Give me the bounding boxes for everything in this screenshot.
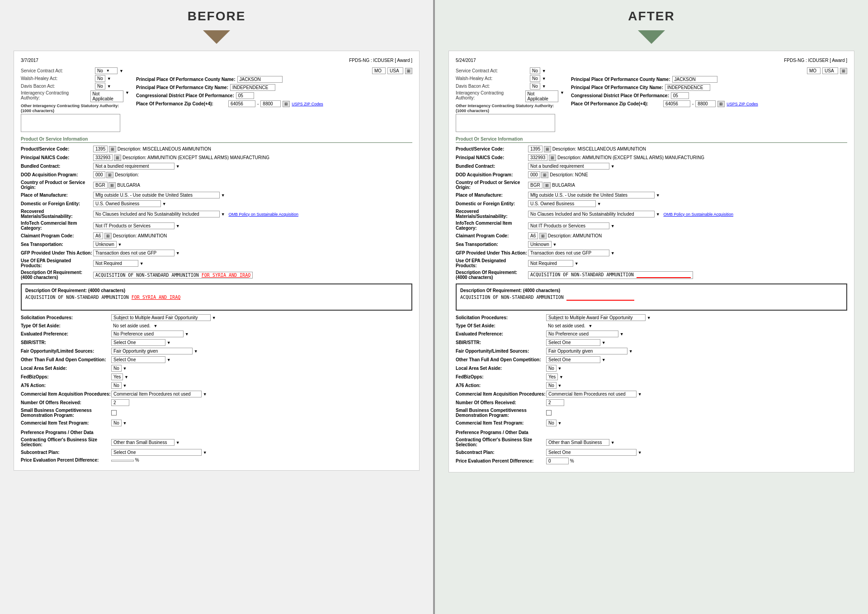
psc-btn[interactable]: ⊞	[109, 146, 116, 152]
infotech-value[interactable]: Not IT Products or Services	[93, 222, 175, 229]
after-zip-link[interactable]: USPS ZIP Codes	[726, 102, 758, 106]
after-claimant-code[interactable]: A6	[528, 232, 538, 239]
after-congressional-value[interactable]: 05	[671, 92, 689, 99]
before-section-title: Product Or Service Information	[21, 137, 412, 143]
psc-code[interactable]: 1395	[93, 146, 108, 152]
city-value[interactable]: INDEPENDENCE	[230, 84, 275, 91]
after-zip-value[interactable]: 64056	[663, 100, 690, 107]
after-naics-btn[interactable]: ⊞	[549, 155, 556, 161]
bundled-value[interactable]: Not a bundled requirement	[93, 163, 175, 170]
solicitation-label: Solicitation Procedures:	[21, 313, 111, 322]
fedbizopps-value[interactable]: Yes	[111, 373, 123, 380]
a76-value[interactable]: No	[111, 382, 122, 389]
naics-code[interactable]: 332993	[93, 154, 113, 161]
local-area-value[interactable]: No	[111, 365, 122, 372]
after-claimant-btn[interactable]: ⊞	[539, 233, 547, 239]
naics-btn[interactable]: ⊞	[114, 155, 121, 161]
after-recovered-value[interactable]: No Clauses Included and No Sustainabilit…	[528, 211, 655, 217]
after-eval-pref-value[interactable]: No Preference used	[546, 331, 618, 337]
after-zip-ext[interactable]: 8800	[695, 100, 716, 107]
recovered-value[interactable]: No Clauses Included and No Sustainabilit…	[93, 211, 220, 217]
claimant-btn[interactable]: ⊞	[104, 233, 112, 239]
subcontract-value[interactable]: Select One	[111, 449, 202, 456]
location-btn[interactable]: ⊞	[405, 68, 412, 74]
gfp-value[interactable]: Transaction does not use GFP	[93, 250, 175, 256]
after-location-btn[interactable]: ⊞	[840, 68, 847, 74]
domestic-value[interactable]: U.S. Owned Business	[93, 200, 161, 207]
zip-btn[interactable]: ⊞	[283, 101, 290, 107]
sbir-value[interactable]: Select One	[111, 339, 165, 346]
after-state-box[interactable]: MO	[807, 67, 821, 74]
after-subcontract-value[interactable]: Select One	[546, 449, 637, 456]
after-psc-btn[interactable]: ⊞	[544, 146, 551, 152]
sea-value[interactable]: Unknown	[93, 241, 117, 248]
walsh-value[interactable]: No	[95, 75, 105, 82]
dod-btn[interactable]: ⊞	[106, 172, 113, 178]
after-num-offers-value[interactable]: 2	[546, 399, 564, 406]
after-sea-value[interactable]: Unknown	[528, 241, 552, 248]
after-interagency-value[interactable]: Not Applicable	[525, 90, 558, 102]
epa-value[interactable]: Not Required	[93, 260, 138, 267]
zip-value[interactable]: 64056	[228, 100, 255, 107]
num-offers-value[interactable]: 2	[111, 399, 129, 406]
after-contracting-officer-value[interactable]: Other than Small Business	[546, 439, 609, 446]
after-county-value[interactable]: JACKSON	[672, 76, 717, 83]
after-walsh-value[interactable]: No	[530, 75, 540, 82]
after-omb-link[interactable]: OMB Policy on Sustainable Acquisition	[663, 212, 733, 217]
country-box[interactable]: USA	[387, 67, 403, 74]
after-davis-value[interactable]: No	[530, 83, 540, 90]
zip-link[interactable]: USPS ZIP Codes	[292, 102, 323, 106]
congressional-value[interactable]: 05	[236, 92, 254, 99]
after-country-code[interactable]: BGR	[528, 182, 542, 189]
after-psc-code[interactable]: 1395	[528, 146, 542, 152]
after-other-full-value[interactable]: Select One	[546, 356, 600, 363]
county-value[interactable]: JACKSON	[237, 76, 283, 83]
after-country-btn[interactable]: ⊞	[543, 182, 551, 189]
after-small-bus-checkbox[interactable]	[546, 410, 552, 416]
davis-value[interactable]: No	[95, 83, 105, 90]
country-code[interactable]: BGR	[93, 182, 108, 189]
after-comm-test-value[interactable]: No	[546, 420, 557, 426]
after-manufacture-value[interactable]: Mfg outside U.S. - Use outside the Unite…	[528, 192, 655, 198]
after-price-eval-value[interactable]: 0	[546, 458, 569, 464]
state-box[interactable]: MO	[372, 67, 386, 74]
after-sbir-value[interactable]: Select One	[546, 339, 600, 346]
small-bus-checkbox[interactable]	[111, 410, 117, 416]
after-naics-code[interactable]: 332993	[528, 154, 547, 161]
after-infotech-value[interactable]: Not IT Products or Services	[528, 222, 609, 229]
commercial-proc-value[interactable]: Commercial Item Procedures not used	[111, 391, 202, 397]
after-country-box[interactable]: USA	[822, 67, 838, 74]
contracting-officer-value[interactable]: Other than Small Business	[111, 439, 175, 446]
after-fedbizopps-value[interactable]: Yes	[546, 373, 558, 380]
after-fair-opp-value[interactable]: Fair Opportunity given	[546, 348, 627, 354]
after-manufacture-label: Place of Manufacture:	[456, 191, 528, 199]
price-eval-value[interactable]	[111, 460, 134, 462]
service-contract-select[interactable]: No	[95, 67, 118, 74]
after-epa-value[interactable]: Not Required	[528, 260, 573, 267]
omb-link[interactable]: OMB Policy on Sustainable Acquisition	[228, 212, 298, 217]
after-dod-label: DOD Acquisition Program:	[456, 170, 528, 179]
after-zip-btn[interactable]: ⊞	[717, 101, 725, 107]
after-gfp-value[interactable]: Transaction does not use GFP	[528, 250, 609, 256]
claimant-code[interactable]: A6	[93, 232, 103, 239]
after-city-value[interactable]: INDEPENDENCE	[665, 84, 710, 91]
after-service-value[interactable]: No	[530, 67, 540, 74]
solicitation-value[interactable]: Subject to Multiple Award Fair Opportuni…	[111, 314, 211, 321]
other-full-value[interactable]: Select One	[111, 356, 165, 363]
after-solicitation-value[interactable]: Subject to Multiple Award Fair Opportuni…	[546, 314, 646, 321]
zip-ext-value[interactable]: 8800	[260, 100, 281, 107]
after-a76-value[interactable]: No	[546, 382, 557, 389]
comm-test-value[interactable]: No	[111, 420, 122, 426]
after-dod-code[interactable]: 000	[528, 171, 540, 178]
fair-opp-value[interactable]: Fair Opportunity given	[111, 348, 193, 354]
after-dod-btn[interactable]: ⊞	[541, 172, 548, 178]
after-local-area-value[interactable]: No	[546, 365, 557, 372]
eval-pref-value[interactable]: No Preference used	[111, 331, 184, 337]
manufacture-value[interactable]: Mfg outside U.S. - Use outside the Unite…	[93, 192, 220, 198]
dod-code[interactable]: 000	[93, 171, 105, 178]
interagency-value[interactable]: Not Applicable	[90, 90, 123, 102]
country-btn[interactable]: ⊞	[108, 182, 116, 189]
after-bundled-value[interactable]: Not a bundled requirement	[528, 163, 609, 170]
after-domestic-value[interactable]: U.S. Owned Business	[528, 200, 596, 207]
after-commercial-proc-value[interactable]: Commercial Item Procedures not used	[546, 391, 637, 397]
